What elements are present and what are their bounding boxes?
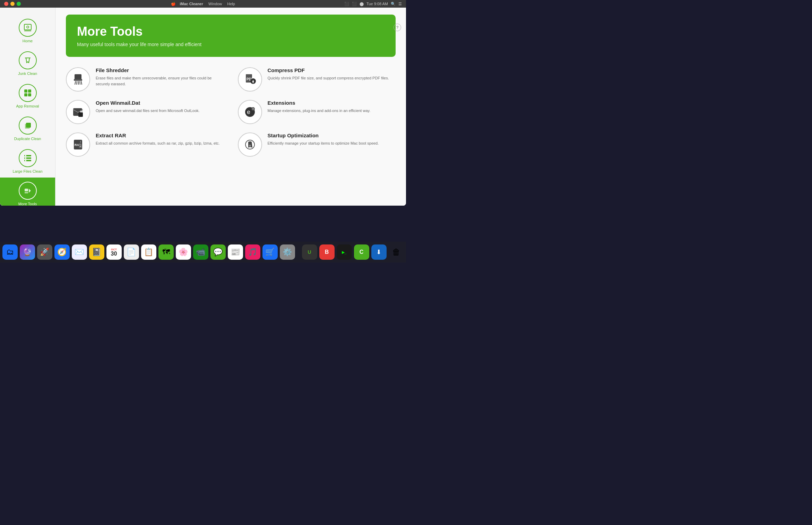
extract-rar-title: Extract RAR <box>96 132 220 138</box>
extensions-icon: e <box>238 100 262 124</box>
sidebar: Home Junk Clean <box>0 8 55 206</box>
app-name: iMac Cleaner <box>180 2 203 6</box>
large-files-icon-circle <box>19 149 37 167</box>
svg-rect-7 <box>28 93 31 96</box>
dock-appstore[interactable]: 🛒 <box>262 244 278 260</box>
menu-window[interactable]: Window <box>208 2 222 6</box>
dock-terminal[interactable]: ▶_ <box>337 244 352 260</box>
extensions-title: Extensions <box>268 100 371 106</box>
tool-startup-optimization[interactable]: Startup Optimization Efficiently manage … <box>238 132 396 157</box>
compress-pdf-info: Compress PDF Quickly shrink PDF file siz… <box>268 67 389 81</box>
dock-calendar[interactable]: OCT 30 <box>106 244 122 260</box>
svg-point-14 <box>25 157 26 159</box>
clock: Tue 9:08 AM <box>366 2 388 6</box>
sidebar-item-junk-clean[interactable]: Junk Clean <box>0 47 55 80</box>
dock-ubar[interactable]: U <box>302 244 317 260</box>
svg-rect-5 <box>28 89 31 93</box>
traffic-lights <box>4 2 21 6</box>
header-banner: More Tools Many useful tools make your l… <box>66 15 396 57</box>
duplicate-clean-icon-circle <box>19 117 37 135</box>
dock-launchpad[interactable]: 🚀 <box>37 244 52 260</box>
svg-rect-31 <box>78 112 83 117</box>
tool-compress-pdf[interactable]: PDF Compress PDF Quickly shrink PDF file… <box>238 67 396 92</box>
sidebar-label-more-tools: More Tools <box>18 202 37 206</box>
compress-pdf-title: Compress PDF <box>268 67 389 73</box>
svg-line-24 <box>81 81 82 85</box>
app-window: Home Junk Clean <box>0 8 406 206</box>
sidebar-label-home: Home <box>23 39 33 43</box>
dock-news[interactable]: 📰 <box>228 244 243 260</box>
svg-rect-9 <box>26 123 31 128</box>
svg-line-23 <box>80 81 80 85</box>
extensions-desc: Manage extensions, plug-ins and add-ons … <box>268 108 371 114</box>
close-button[interactable] <box>4 2 8 6</box>
dock-system-prefs[interactable]: ⚙️ <box>280 244 295 260</box>
startup-optimization-icon <box>238 132 262 157</box>
svg-text:e: e <box>247 109 250 115</box>
tool-extensions[interactable]: e Extensions Manage extensions, plug-ins… <box>238 100 396 124</box>
main-content: More Tools Many useful tools make your l… <box>55 8 406 206</box>
svg-point-15 <box>25 160 26 161</box>
startup-optimization-info: Startup Optimization Efficiently manage … <box>268 132 379 146</box>
menu-bar: 🍎 iMac Cleaner Window Help <box>171 2 235 6</box>
app-removal-icon-circle <box>19 84 37 102</box>
dock-messages[interactable]: 💬 <box>210 244 226 260</box>
sidebar-label-duplicate-clean: Duplicate Clean <box>14 137 41 141</box>
tool-file-shredder[interactable]: File Shredder Erase files and make them … <box>66 67 224 92</box>
svg-rect-18 <box>75 74 81 80</box>
dock-mail[interactable]: ✉️ <box>72 244 87 260</box>
tool-open-winmail[interactable]: Open Winmail.Dat Open and save winmail.d… <box>66 100 224 124</box>
dock-finder[interactable]: 🗂 <box>2 244 18 260</box>
winmail-info: Open Winmail.Dat Open and save winmail.d… <box>96 100 200 114</box>
dock-maps[interactable]: 🗺 <box>158 244 174 260</box>
dock-betterzip[interactable]: B <box>319 244 335 260</box>
titlebar: 🍎 iMac Cleaner Window Help ⬛⬛⬤ Tue 9:08 … <box>0 0 406 8</box>
svg-line-20 <box>75 81 76 85</box>
winmail-title: Open Winmail.Dat <box>96 100 200 106</box>
dock-siri[interactable]: 🔮 <box>20 244 35 260</box>
file-shredder-icon <box>66 67 90 92</box>
dock-notes[interactable]: 📓 <box>89 244 104 260</box>
sidebar-item-app-removal[interactable]: App Removal <box>0 80 55 112</box>
compress-pdf-desc: Quickly shrink PDF file size, and suppor… <box>268 75 389 81</box>
svg-line-21 <box>77 81 77 85</box>
sidebar-item-more-tools[interactable]: More Tools <box>0 178 55 206</box>
dock-trash[interactable]: 🗑 <box>389 244 404 260</box>
svg-rect-19 <box>74 79 82 81</box>
dock-ccleaner[interactable]: C <box>354 244 369 260</box>
dock-music[interactable]: 🎵 <box>245 244 260 260</box>
dock-photos[interactable]: 🌸 <box>176 244 191 260</box>
svg-point-2 <box>27 26 29 28</box>
help-button[interactable]: ? <box>394 24 401 31</box>
svg-rect-4 <box>24 89 27 93</box>
startup-optimization-desc: Efficiently manage your startup items to… <box>268 140 379 146</box>
extensions-info: Extensions Manage extensions, plug-ins a… <box>268 100 371 114</box>
banner-title: More Tools <box>77 24 385 39</box>
sidebar-item-home[interactable]: Home <box>0 15 55 47</box>
sidebar-label-junk-clean: Junk Clean <box>18 71 37 76</box>
dock-reminders[interactable]: 📋 <box>141 244 156 260</box>
minimize-button[interactable] <box>10 2 15 6</box>
svg-rect-6 <box>24 93 27 96</box>
dock-safari[interactable]: 🧭 <box>54 244 70 260</box>
dock-textedit[interactable]: 📄 <box>124 244 139 260</box>
junk-clean-icon-circle <box>19 51 37 69</box>
sidebar-item-large-files-clean[interactable]: Large Files Clean <box>0 145 55 178</box>
extract-rar-icon: RAR <box>66 132 90 157</box>
extract-rar-desc: Extract all common archive formats, such… <box>96 140 220 146</box>
menu-help[interactable]: Help <box>227 2 235 6</box>
file-shredder-desc: Erase files and make them unrecoverable,… <box>96 75 224 87</box>
dock: 🗂 🔮 🚀 🧭 ✉️ 📓 OCT 30 📄 📋 🗺 🌸 📹 💬 📰 🎵 🛒 ⚙️… <box>0 242 406 262</box>
sidebar-label-large-files: Large Files Clean <box>12 169 42 173</box>
sidebar-item-duplicate-clean[interactable]: Duplicate Clean <box>0 112 55 145</box>
extract-rar-info: Extract RAR Extract all common archive f… <box>96 132 220 146</box>
home-icon-circle <box>19 19 37 37</box>
compress-pdf-icon: PDF <box>238 67 262 92</box>
dock-downie[interactable]: ⬇ <box>371 244 387 260</box>
maximize-button[interactable] <box>17 2 21 6</box>
dock-facetime[interactable]: 📹 <box>193 244 208 260</box>
svg-point-42 <box>80 146 81 147</box>
svg-rect-0 <box>24 24 31 30</box>
tool-extract-rar[interactable]: RAR Extract RAR Extract all common archi… <box>66 132 224 157</box>
tools-grid: File Shredder Erase files and make them … <box>66 67 396 157</box>
